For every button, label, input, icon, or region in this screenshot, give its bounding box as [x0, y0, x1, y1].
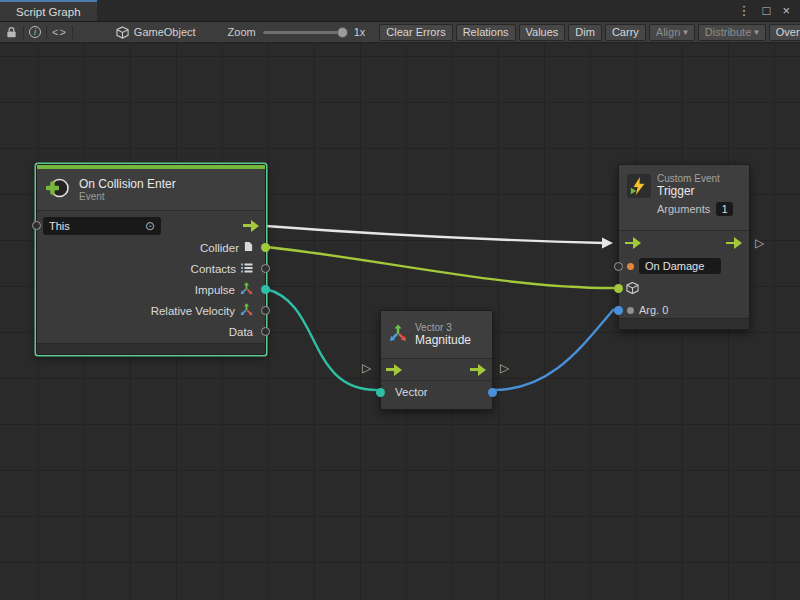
dim-button[interactable]: Dim: [568, 24, 602, 41]
zoom-slider[interactable]: [263, 31, 347, 34]
maximize-icon[interactable]: □: [763, 4, 771, 17]
overview-button[interactable]: Overv: [769, 24, 800, 41]
flow-output-arrow-icon[interactable]: [243, 220, 260, 232]
zoom-control: Zoom 1x: [228, 26, 366, 38]
output-label: Data: [229, 326, 253, 338]
arguments-count-field[interactable]: 1: [716, 202, 733, 216]
flow-row: [381, 359, 492, 381]
node-title: Magnitude: [415, 333, 471, 347]
node-subtitle: Event: [79, 191, 176, 202]
flow-input-arrow-icon[interactable]: [386, 364, 403, 376]
impulse-output-port[interactable]: [261, 285, 270, 294]
target-input-port[interactable]: [32, 221, 41, 230]
chevron-down-icon: ▾: [754, 27, 759, 37]
node-vector3-magnitude[interactable]: Vector 3 Magnitude Vector: [380, 310, 493, 410]
output-label: Collider: [200, 242, 239, 254]
values-button[interactable]: Values: [519, 24, 566, 41]
node-category: Vector 3: [415, 322, 471, 333]
object-picker-icon[interactable]: ⊙: [145, 219, 155, 233]
wire-control-flow[interactable]: [266, 226, 604, 243]
event-name-row: On Damage: [619, 255, 749, 277]
arguments-label: Arguments: [657, 203, 710, 215]
flow-input-arrow-icon[interactable]: [625, 237, 642, 249]
zoom-label: Zoom: [228, 26, 256, 38]
node-header[interactable]: On Collision Enter Event: [37, 169, 265, 211]
arguments-setting: Arguments 1: [657, 202, 741, 216]
node-header[interactable]: Vector 3 Magnitude: [381, 311, 492, 359]
contacts-output-port[interactable]: [261, 264, 270, 273]
code-view-icon[interactable]: <>: [52, 26, 67, 38]
collider-type-icon: [244, 241, 253, 254]
align-button[interactable]: Align ▾: [649, 24, 695, 41]
close-icon[interactable]: ×: [782, 4, 790, 17]
node-category: Custom Event: [657, 173, 741, 184]
node-on-collision-enter[interactable]: On Collision Enter Event This ⊙ Collider: [36, 164, 266, 355]
flow-indicator-triangle-icon: ▷: [500, 362, 509, 374]
vector3-icon: [389, 324, 407, 346]
output-row-relative-velocity: Relative Velocity: [37, 300, 265, 321]
flow-output-arrow-icon[interactable]: [470, 364, 487, 376]
target-row: [619, 277, 749, 299]
event-icon: [45, 175, 71, 205]
zoom-value: 1x: [354, 26, 366, 38]
flow-indicator-triangle-icon: ▷: [362, 362, 371, 374]
node-title: On Collision Enter: [79, 177, 176, 191]
separator: [23, 26, 24, 39]
output-row-contacts: Contacts: [37, 258, 265, 279]
gameobject-label: GameObject: [134, 26, 196, 38]
flow-indicator-triangle-icon: ▷: [755, 237, 764, 249]
separator: [46, 26, 47, 39]
lock-icon[interactable]: [5, 26, 18, 39]
node-trigger-custom-event[interactable]: Custom Event Trigger Arguments 1 On Dama…: [618, 164, 750, 330]
list-type-icon: [241, 263, 253, 275]
tab-script-graph[interactable]: Script Graph: [0, 0, 97, 21]
relations-button[interactable]: Relations: [456, 24, 516, 41]
wire-magnitude-to-arg0[interactable]: [493, 309, 614, 390]
target-field-value: This: [49, 220, 70, 232]
gameobject-icon: [116, 26, 129, 39]
gameobject-context[interactable]: GameObject: [116, 26, 196, 39]
align-label: Align: [656, 26, 680, 38]
output-label: Contacts: [191, 263, 236, 275]
info-icon[interactable]: i: [29, 26, 41, 38]
separator: [72, 26, 73, 39]
vector-input-port[interactable]: [376, 388, 385, 397]
zoom-slider-handle[interactable]: [337, 27, 348, 38]
tab-bar: Script Graph ⋮ □ ×: [0, 0, 800, 22]
window-menu-icon[interactable]: ⋮: [738, 4, 751, 17]
string-type-dot-icon: [627, 263, 634, 270]
output-row-impulse: Impulse: [37, 279, 265, 300]
target-field[interactable]: This ⊙: [43, 217, 161, 235]
vector3-type-icon: [240, 303, 253, 318]
clear-errors-button[interactable]: Clear Errors: [379, 24, 452, 41]
wire-arrowhead: [602, 238, 613, 249]
magnitude-output-port[interactable]: [488, 388, 497, 397]
wire-impulse-to-vector[interactable]: [266, 289, 377, 390]
value-type-dot-icon: [627, 307, 634, 314]
carry-button[interactable]: Carry: [605, 24, 646, 41]
node-footer: [37, 343, 265, 354]
event-name-field[interactable]: On Damage: [639, 258, 721, 274]
custom-event-icon: [627, 174, 651, 198]
node-footer: [619, 318, 749, 329]
arg0-input-port[interactable]: [614, 306, 623, 315]
output-label: Impulse: [195, 284, 235, 296]
flow-output-arrow-icon[interactable]: [726, 237, 743, 249]
gameobject-type-icon: [626, 282, 639, 295]
graph-canvas[interactable]: On Collision Enter Event This ⊙ Collider: [0, 44, 800, 600]
input-label: Vector: [395, 386, 428, 398]
data-output-port[interactable]: [261, 327, 270, 336]
target-input-port[interactable]: [614, 284, 623, 293]
wire-collider-to-target[interactable]: [266, 247, 614, 288]
collider-output-port[interactable]: [261, 243, 270, 252]
distribute-label: Distribute: [705, 26, 751, 38]
target-row: This ⊙: [37, 214, 265, 237]
event-name-input-port[interactable]: [614, 262, 623, 271]
node-header[interactable]: Custom Event Trigger Arguments 1: [619, 165, 749, 231]
tab-label: Script Graph: [16, 6, 81, 18]
output-row-collider: Collider: [37, 237, 265, 258]
output-row-data: Data: [37, 321, 265, 342]
relative-velocity-output-port[interactable]: [261, 306, 270, 315]
flow-row: [619, 231, 749, 255]
distribute-button[interactable]: Distribute ▾: [698, 24, 766, 41]
